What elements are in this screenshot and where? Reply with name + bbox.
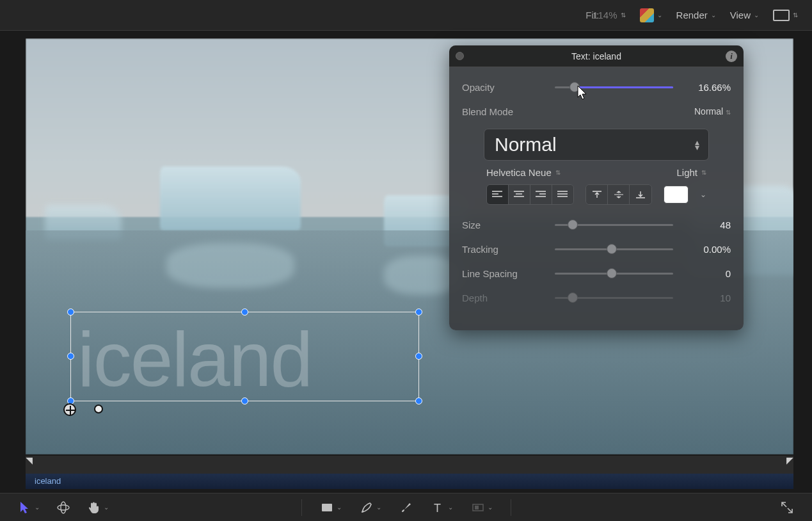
opacity-slider[interactable] [555, 81, 673, 93]
chevron-updown-icon: ⇅ [555, 169, 561, 176]
depth-label: Depth [462, 293, 555, 303]
anchor-point-icon[interactable] [63, 403, 76, 416]
opacity-row: Opacity 16.66% [462, 75, 731, 99]
depth-slider [555, 291, 673, 304]
chevron-down-icon: ⌄ [448, 504, 453, 511]
tracking-label: Tracking [462, 244, 555, 255]
size-label: Size [462, 220, 555, 230]
chevron-down-icon: ⌄ [35, 504, 40, 511]
render-dropdown[interactable]: Render ⌄ [676, 10, 716, 20]
align-center-button[interactable] [509, 185, 530, 204]
chevron-down-icon[interactable]: ⌄ [700, 190, 706, 199]
timeline-layer[interactable]: iceland [26, 474, 793, 489]
pivot-handle[interactable] [94, 405, 103, 413]
linespacing-slider[interactable] [555, 267, 673, 280]
valign-middle-button[interactable] [608, 185, 630, 204]
vertical-align-segment [585, 184, 651, 205]
chevron-updown-icon: ▴▾ [695, 140, 699, 150]
resize-handle-tm[interactable] [241, 309, 248, 316]
in-marker-icon[interactable]: ◤ [26, 455, 33, 465]
aspect-dropdown[interactable]: ⇅ [773, 10, 798, 21]
text-color-well[interactable] [664, 186, 689, 204]
align-left-button[interactable] [487, 185, 509, 204]
chevron-updown-icon: ⇅ [726, 109, 731, 116]
tracking-slider[interactable] [555, 243, 673, 255]
fit-dropdown[interactable]: Fit: 114% ⇅ [585, 10, 625, 20]
font-row: Helvetica Neue ⇅ Light ⇅ [462, 167, 731, 184]
align-right-button[interactable] [530, 185, 552, 204]
top-toolbar: Fit: 114% ⇅ ⌄ Render ⌄ View ⌄ ⇅ [0, 0, 812, 31]
resize-handle-ml[interactable] [67, 353, 74, 360]
depth-row: Depth 10 [462, 285, 731, 310]
info-icon[interactable]: i [726, 51, 737, 62]
select-tool[interactable]: ⌄ [18, 501, 40, 515]
svg-point-3 [362, 510, 363, 512]
chevron-down-icon: ⌄ [104, 504, 109, 511]
svg-point-0 [58, 505, 69, 510]
mask-tool: ⌄ [471, 501, 493, 515]
chevron-down-icon: ⌄ [337, 504, 342, 511]
3d-transform-tool[interactable] [56, 501, 70, 515]
color-profile-dropdown[interactable]: ⌄ [640, 8, 662, 22]
text-style-value: Normal [495, 134, 557, 156]
render-label: Render [676, 10, 708, 20]
pen-tool[interactable]: ⌄ [360, 501, 381, 515]
svg-text:T: T [434, 502, 441, 515]
shape-tool[interactable]: ⌄ [320, 501, 342, 515]
opacity-value[interactable]: 16.66% [673, 82, 731, 93]
linespacing-label: Line Spacing [462, 268, 555, 279]
font-family-value: Helvetica Neue [486, 167, 552, 178]
chevron-updown-icon: ⇅ [701, 169, 706, 176]
blend-mode-dropdown[interactable]: Normal ⇅ [694, 106, 731, 116]
linespacing-row: Line Spacing 0 [462, 261, 731, 285]
depth-value: 10 [673, 293, 731, 303]
resize-handle-bm[interactable] [241, 397, 248, 405]
timeline-ruler[interactable]: ◤ ◤ [26, 456, 793, 474]
fullscreen-icon[interactable] [780, 501, 794, 515]
pan-tool[interactable]: ⌄ [87, 501, 109, 515]
view-label: View [730, 10, 751, 20]
tracking-row: Tracking 0.00% [462, 237, 731, 261]
fit-value: 114% [593, 10, 617, 20]
out-marker-icon[interactable]: ◤ [786, 455, 793, 465]
resize-handle-tr[interactable] [415, 309, 422, 316]
chevron-down-icon: ⌄ [488, 504, 493, 511]
text-tool[interactable]: T ⌄ [431, 501, 453, 515]
resize-handle-br[interactable] [415, 397, 422, 405]
close-icon[interactable] [456, 52, 464, 60]
svg-rect-6 [475, 506, 479, 509]
tracking-value[interactable]: 0.00% [673, 244, 731, 255]
size-row: Size 48 [462, 212, 731, 237]
chevron-down-icon: ⌄ [711, 12, 716, 19]
font-weight-value: Light [676, 167, 697, 178]
opacity-label: Opacity [462, 82, 555, 93]
blend-mode-value: Normal [694, 106, 723, 116]
timeline-layer-name: iceland [35, 476, 61, 486]
chevron-updown-icon: ⇅ [793, 12, 798, 19]
size-slider[interactable] [555, 218, 673, 231]
brush-tool[interactable] [399, 501, 413, 515]
canvas-text[interactable]: iceland [77, 315, 312, 403]
svg-point-1 [61, 502, 66, 513]
blend-mode-label: Blend Mode [462, 106, 555, 117]
font-weight-dropdown[interactable]: Light ⇅ [676, 167, 706, 178]
align-justify-button[interactable] [552, 185, 574, 204]
text-format-row: ⌄ [462, 184, 731, 212]
text-hud[interactable]: Text: iceland i Opacity 16.66% Blend Mod… [449, 45, 744, 330]
view-dropdown[interactable]: View ⌄ [730, 10, 759, 20]
resize-handle-mr[interactable] [415, 353, 422, 360]
text-style-select[interactable]: Normal ▴▾ [484, 129, 709, 161]
aspect-icon [773, 10, 790, 21]
hud-titlebar[interactable]: Text: iceland i [449, 45, 744, 67]
resize-handle-tl[interactable] [67, 309, 74, 316]
font-family-dropdown[interactable]: Helvetica Neue ⇅ [486, 167, 561, 178]
valign-top-button[interactable] [586, 185, 608, 204]
chevron-updown-icon: ⇅ [621, 12, 626, 19]
color-profile-icon [640, 8, 654, 22]
hud-title: Text: iceland [571, 51, 621, 61]
size-value[interactable]: 48 [673, 220, 731, 230]
linespacing-value[interactable]: 0 [673, 268, 731, 279]
text-layer-selection[interactable]: iceland [70, 312, 419, 401]
valign-bottom-button[interactable] [630, 185, 651, 204]
blend-mode-row: Blend Mode Normal ⇅ [462, 99, 731, 124]
